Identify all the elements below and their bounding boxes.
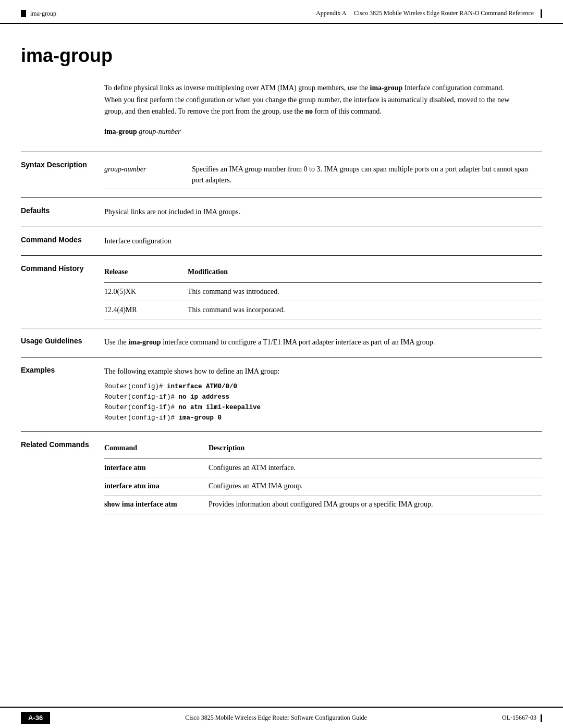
footer-page-number: A-36	[21, 712, 50, 724]
usage-text-after: interface command to configure a T1/E1 I…	[161, 338, 435, 346]
main-content: ima-group To define physical links as in…	[0, 24, 563, 553]
history-release: 12.0(5)XK	[104, 282, 188, 301]
usage-bold: ima-group	[128, 338, 161, 346]
command-history-section: Command History Release Modification 12.…	[21, 255, 542, 328]
related-table: Command Description interface atm Config…	[104, 440, 542, 514]
page-title: ima-group	[21, 45, 542, 67]
history-modification: This command was incorporated.	[188, 301, 542, 319]
usage-guidelines-section: Usage Guidelines Use the ima-group inter…	[21, 328, 542, 356]
defaults-section: Defaults Physical links are not included…	[21, 198, 542, 226]
syntax-description-section: Syntax Description group-number Specifie…	[21, 152, 542, 198]
code-command: no atm ilmi-keepalive	[179, 404, 261, 411]
code-prompt: Router(config-if)#	[104, 414, 179, 422]
command-modes-content: Interface configuration	[104, 236, 542, 247]
intro-bold2: no	[305, 107, 313, 115]
related-table-row: interface atm Configures an ATM interfac…	[104, 459, 542, 477]
related-description: Configures an ATM IMA group.	[209, 477, 542, 495]
history-table-row: 12.0(5)XK This command was introduced.	[104, 282, 542, 301]
intro-text-before: To define physical links as inverse mult…	[104, 84, 370, 92]
syntax-table: group-number Specifies an IMA group numb…	[104, 161, 542, 189]
examples-intro-text: The following example shows how to defin…	[104, 366, 542, 377]
history-modification: This command was introduced.	[188, 282, 542, 301]
related-table-row: interface atm ima Configures an ATM IMA …	[104, 477, 542, 495]
related-command: show ima interface atm	[104, 496, 209, 514]
related-col2-header: Description	[209, 440, 542, 459]
command-history-content: Release Modification 12.0(5)XK This comm…	[104, 264, 542, 319]
examples-label: Examples	[21, 366, 104, 423]
footer-right: OL-15667-03	[502, 714, 542, 722]
related-table-row: show ima interface atm Provides informat…	[104, 496, 542, 514]
header-bookmark-label: ima-group	[30, 10, 56, 18]
header-left: ima-group	[21, 10, 56, 18]
code-command: no ip address	[179, 393, 230, 401]
related-col1-header: Command	[104, 440, 209, 459]
related-description: Provides information about configured IM…	[209, 496, 542, 514]
syntax-description-content: group-number Specifies an IMA group numb…	[104, 161, 542, 189]
command-syntax-italic: group-number	[137, 128, 181, 135]
code-command: ima-group 0	[179, 414, 222, 422]
command-history-label: Command History	[21, 264, 104, 319]
header-title: Cisco 3825 Mobile Wireless Edge Router R…	[354, 9, 534, 17]
footer-doc-id: OL-15667-03	[502, 714, 536, 722]
command-modes-section: Command Modes Interface configuration	[21, 227, 542, 255]
history-col2-header: Modification	[188, 264, 542, 282]
related-header-row: Command Description	[104, 440, 542, 459]
footer-separator-icon	[541, 714, 542, 722]
usage-guidelines-content: Use the ima-group interface command to c…	[104, 337, 542, 348]
header-appendix: Appendix A	[316, 9, 346, 17]
history-table: Release Modification 12.0(5)XK This comm…	[104, 264, 542, 319]
syntax-description-label: Syntax Description	[21, 161, 104, 189]
intro-text-after2: form of this command.	[313, 107, 382, 115]
examples-code-block: Router(config)# interface ATM0/0/0Router…	[104, 381, 542, 423]
history-release: 12.4(4)MR	[104, 301, 188, 319]
intro-paragraph: To define physical links as inverse mult…	[104, 82, 521, 117]
syntax-table-row: group-number Specifies an IMA group numb…	[104, 161, 542, 189]
page-footer: A-36 Cisco 3825 Mobile Wireless Edge Rou…	[0, 707, 563, 728]
defaults-content: Physical links are not included in IMA g…	[104, 206, 542, 218]
related-commands-content: Command Description interface atm Config…	[104, 440, 542, 514]
code-prompt: Router(config-if)#	[104, 393, 179, 401]
related-command: interface atm ima	[104, 477, 209, 495]
history-table-row: 12.4(4)MR This command was incorporated.	[104, 301, 542, 319]
code-command: interface ATM0/0/0	[167, 383, 237, 390]
history-header-row: Release Modification	[104, 264, 542, 282]
page-container: ima-group Appendix A Cisco 3825 Mobile W…	[0, 0, 563, 728]
related-command: interface atm	[104, 459, 209, 477]
examples-content: The following example shows how to defin…	[104, 366, 542, 423]
history-col1-header: Release	[104, 264, 188, 282]
code-line: Router(config-if)# ima-group 0	[104, 413, 542, 423]
syntax-description: Specifies an IMA group number from 0 to …	[188, 161, 542, 189]
header-right: Appendix A Cisco 3825 Mobile Wireless Ed…	[316, 9, 542, 18]
code-line: Router(config-if)# no atm ilmi-keepalive	[104, 402, 542, 413]
code-line: Router(config)# interface ATM0/0/0	[104, 381, 542, 392]
related-commands-section: Related Commands Command Description int…	[21, 431, 542, 523]
examples-section: Examples The following example shows how…	[21, 357, 542, 431]
code-prompt: Router(config)#	[104, 383, 167, 390]
page-header: ima-group Appendix A Cisco 3825 Mobile W…	[0, 0, 563, 24]
command-syntax: ima-group group-number	[104, 128, 542, 136]
command-syntax-bold: ima-group	[104, 128, 137, 135]
code-line: Router(config-if)# no ip address	[104, 392, 542, 402]
code-prompt: Router(config-if)#	[104, 404, 179, 411]
header-separator-icon	[541, 9, 542, 18]
header-bookmark-icon	[21, 10, 26, 17]
intro-bold1: ima-group	[370, 84, 403, 92]
usage-text-before: Use the	[104, 338, 128, 346]
defaults-label: Defaults	[21, 206, 104, 218]
syntax-term: group-number	[104, 161, 188, 189]
related-commands-label: Related Commands	[21, 440, 104, 514]
footer-center-text: Cisco 3825 Mobile Wireless Edge Router S…	[185, 714, 367, 722]
related-description: Configures an ATM interface.	[209, 459, 542, 477]
usage-guidelines-label: Usage Guidelines	[21, 337, 104, 348]
command-modes-label: Command Modes	[21, 236, 104, 247]
